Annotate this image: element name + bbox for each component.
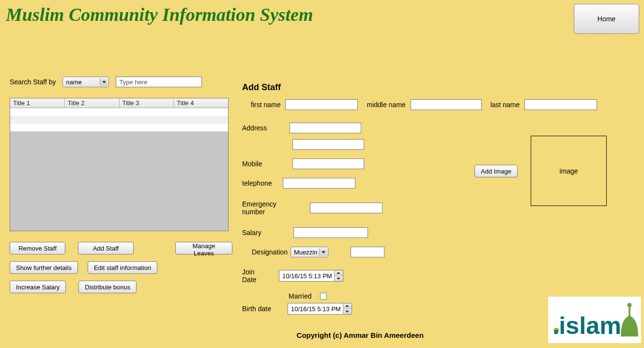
- married-checkbox[interactable]: [320, 293, 327, 300]
- svg-rect-3: [629, 307, 630, 316]
- image-placeholder-text: image: [559, 167, 578, 175]
- designation-select[interactable]: Muezzin: [291, 247, 328, 257]
- birth-date-label: Birth date: [242, 305, 279, 313]
- join-date-spinner[interactable]: 10/16/15 5:13 PM: [279, 270, 343, 282]
- table-row[interactable]: [10, 108, 228, 116]
- telephone-field[interactable]: [283, 178, 355, 189]
- last-name-field[interactable]: [524, 99, 597, 110]
- designation-label: Designation: [252, 248, 291, 256]
- join-date-label: Join Date: [242, 268, 270, 284]
- middle-name-field[interactable]: [411, 99, 482, 110]
- designation-value: Muezzin: [294, 249, 317, 256]
- add-staff-form: Add Staff first name middle name last na…: [242, 82, 629, 323]
- app-title: Muslim Community Information System: [6, 4, 313, 25]
- staff-table[interactable]: Title 1 Title 2 Title 3 Title 4: [10, 98, 229, 231]
- table-row[interactable]: [10, 124, 228, 131]
- chevron-down-icon: [100, 78, 107, 86]
- search-input[interactable]: [116, 77, 202, 87]
- remove-staff-button[interactable]: Remove Staff: [10, 242, 65, 254]
- emergency-field[interactable]: [310, 203, 383, 213]
- search-criteria-select[interactable]: name: [62, 77, 109, 87]
- first-name-label: first name: [251, 101, 280, 109]
- svg-point-4: [628, 303, 632, 307]
- edit-staff-button[interactable]: Edit staff information: [88, 261, 157, 274]
- islam-logo: . islam: [548, 297, 641, 343]
- first-name-field[interactable]: [285, 99, 358, 110]
- table-header: Title 1 Title 2 Title 3 Title 4: [10, 98, 228, 108]
- search-criteria-value: name: [66, 79, 82, 86]
- distribute-bonus-button[interactable]: Distribute bonus: [78, 281, 137, 293]
- married-label: Married: [289, 292, 311, 300]
- spinner-up-icon[interactable]: [335, 270, 343, 276]
- join-date-value: 10/16/15 5:13 PM: [282, 272, 332, 280]
- spinner-down-icon[interactable]: [343, 309, 352, 315]
- last-name-label: last name: [491, 101, 520, 109]
- increase-salary-button[interactable]: Increase Salary: [10, 281, 66, 293]
- copyright-text: Copyright (c) Ammar Bin Ameerdeen: [297, 331, 424, 339]
- search-label: Search Staff by: [10, 78, 56, 86]
- show-details-button[interactable]: Show further details: [10, 261, 78, 274]
- col-title3[interactable]: Title 3: [120, 98, 174, 108]
- emergency-label: Emergency number: [242, 200, 301, 216]
- spinner-down-icon[interactable]: [335, 276, 343, 282]
- col-title1[interactable]: Title 1: [10, 98, 65, 108]
- left-panel: Search Staff by name Title 1 Title 2 Tit…: [10, 77, 232, 293]
- designation-extra-field[interactable]: [351, 247, 384, 257]
- home-button[interactable]: Home: [574, 4, 639, 34]
- chevron-down-icon: [319, 248, 327, 256]
- address-field-2[interactable]: [292, 139, 364, 150]
- salary-field[interactable]: [293, 227, 368, 238]
- col-title4[interactable]: Title 4: [174, 98, 228, 108]
- birth-date-spinner[interactable]: 10/16/15 5:13 PM: [288, 303, 352, 315]
- image-placeholder-box: image: [531, 136, 607, 206]
- address-field-1[interactable]: [290, 123, 361, 133]
- mobile-field[interactable]: [292, 158, 364, 169]
- middle-name-label: middle name: [367, 101, 405, 109]
- salary-label: Salary: [242, 229, 285, 237]
- mobile-label: Mobile: [242, 160, 284, 168]
- col-title2[interactable]: Title 2: [65, 98, 120, 108]
- birth-date-value: 10/16/15 5:13 PM: [291, 305, 341, 313]
- spinner-up-icon[interactable]: [343, 303, 352, 309]
- islam-logo-icon: . islam: [551, 298, 638, 342]
- manage-leaves-button[interactable]: Manage Leaves: [175, 242, 232, 254]
- telephone-label: telephone: [242, 179, 274, 187]
- section-title: Add Staff: [242, 82, 629, 93]
- add-staff-button[interactable]: Add Staff: [78, 242, 134, 254]
- table-body: [10, 108, 228, 131]
- table-row[interactable]: [10, 116, 228, 124]
- add-image-button[interactable]: Add Image: [475, 165, 518, 177]
- svg-text:islam: islam: [559, 312, 621, 339]
- address-label: Address: [242, 124, 281, 132]
